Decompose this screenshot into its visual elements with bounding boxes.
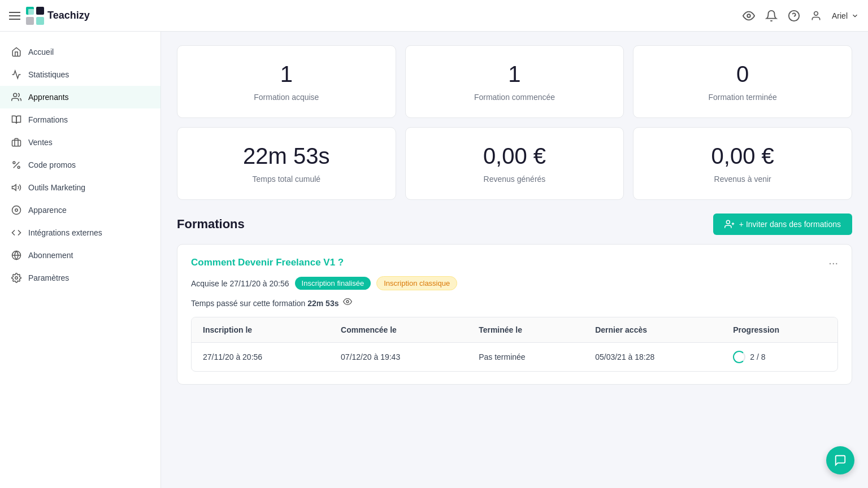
td-inscription: 27/11/20 à 20:56 xyxy=(192,343,329,372)
sidebar-item-ventes[interactable]: Ventes xyxy=(0,131,160,154)
svg-point-16 xyxy=(15,209,18,212)
sidebar-item-label: Ventes xyxy=(28,138,53,147)
code-icon xyxy=(11,228,21,238)
sidebar: Accueil Statistiques Apprenants Formatio… xyxy=(0,32,161,488)
stat-value: 0,00 € xyxy=(647,143,838,169)
svg-point-23 xyxy=(346,300,349,303)
user-name: Ariel xyxy=(832,11,848,20)
stat-card-temps-total: 22m 53s Temps total cumulé xyxy=(177,127,396,200)
sidebar-item-label: Code promos xyxy=(28,160,76,169)
sidebar-item-apparence[interactable]: Apparence xyxy=(0,199,160,221)
svg-rect-10 xyxy=(12,140,21,146)
sidebar-item-label: Paramètres xyxy=(28,273,69,282)
badge-inscription-classique: Inscription classique xyxy=(376,276,457,290)
hamburger-icon[interactable] xyxy=(9,12,20,20)
chat-icon xyxy=(834,454,847,467)
time-label: Temps passé sur cette formation xyxy=(191,299,305,308)
stat-card-revenus-generes: 0,00 € Revenus générés xyxy=(405,127,624,200)
svg-point-15 xyxy=(12,206,21,215)
formation-card-header: Comment Devenir Freelance V1 ? ··· xyxy=(191,257,838,268)
table-header-row: Inscription le Commencée le Terminée le … xyxy=(192,317,837,343)
formations-title: Formations xyxy=(177,217,245,232)
eye-time-icon[interactable] xyxy=(343,297,352,306)
stat-label: Temps total cumulé xyxy=(191,175,382,184)
sidebar-item-outils-marketing[interactable]: Outils Marketing xyxy=(0,176,160,199)
stat-card-formation-terminee: 0 Formation terminée xyxy=(633,45,852,118)
eye-icon[interactable] xyxy=(743,10,755,22)
acquired-date: Acquise le 27/11/20 à 20:56 xyxy=(191,279,289,288)
briefcase-icon xyxy=(11,137,21,147)
svg-marker-14 xyxy=(12,185,16,191)
formation-table-container: Inscription le Commencée le Terminée le … xyxy=(191,317,838,372)
td-commencee: 07/12/20 à 19:43 xyxy=(329,343,467,372)
sidebar-item-label: Accueil xyxy=(28,47,54,56)
user-icon xyxy=(810,10,822,21)
svg-point-13 xyxy=(18,166,20,168)
th-dernier-acces: Dernier accès xyxy=(584,317,722,343)
sidebar-item-apprenants[interactable]: Apprenants xyxy=(0,86,160,108)
sidebar-item-accueil[interactable]: Accueil xyxy=(0,41,160,63)
sidebar-item-label: Outils Marketing xyxy=(28,183,85,192)
sidebar-item-label: Statistiques xyxy=(28,70,69,79)
chat-button[interactable] xyxy=(826,446,854,474)
svg-rect-3 xyxy=(26,17,34,25)
sidebar-item-label: Intégrations externes xyxy=(28,228,102,237)
formation-time: Temps passé sur cette formation 22m 53s xyxy=(191,297,838,308)
stat-label: Formation terminée xyxy=(647,93,838,102)
svg-rect-4 xyxy=(36,17,44,25)
stat-value: 0 xyxy=(647,62,838,87)
palette-icon xyxy=(11,205,21,215)
stat-label: Formation commencée xyxy=(419,93,610,102)
formation-meta: Acquise le 27/11/20 à 20:56 Inscription … xyxy=(191,276,838,290)
svg-rect-2 xyxy=(36,7,44,15)
settings-icon xyxy=(11,273,21,283)
progress-circle-icon xyxy=(733,351,745,363)
formation-card-title[interactable]: Comment Devenir Freelance V1 ? xyxy=(191,257,344,268)
th-progression: Progression xyxy=(722,317,837,343)
svg-rect-1 xyxy=(28,9,34,15)
stat-value: 0,00 € xyxy=(419,143,610,169)
sidebar-item-abonnement[interactable]: Abonnement xyxy=(0,244,160,267)
tag-icon xyxy=(11,160,21,170)
sidebar-item-code-promos[interactable]: Code promos xyxy=(0,154,160,176)
sidebar-item-parametres[interactable]: Paramètres xyxy=(0,267,160,289)
sidebar-item-integrations[interactable]: Intégrations externes xyxy=(0,221,160,244)
users-icon xyxy=(11,92,21,102)
book-icon xyxy=(11,115,21,125)
svg-point-8 xyxy=(814,11,818,15)
topnav: Teachizy xyxy=(0,0,868,32)
formations-section-header: Formations + Inviter dans des formations xyxy=(177,213,852,235)
svg-point-12 xyxy=(13,162,15,164)
sidebar-item-label: Apparence xyxy=(28,206,67,215)
td-terminee: Pas terminée xyxy=(467,343,584,372)
globe-icon xyxy=(11,250,21,260)
stat-card-revenus-venir: 0,00 € Revenus à venir xyxy=(633,127,852,200)
svg-point-19 xyxy=(15,277,18,280)
logo: Teachizy xyxy=(26,7,90,25)
svg-point-20 xyxy=(726,220,730,224)
more-options-icon[interactable]: ··· xyxy=(828,257,838,268)
formation-card: Comment Devenir Freelance V1 ? ··· Acqui… xyxy=(177,244,852,385)
sidebar-item-label: Apprenants xyxy=(28,93,69,102)
formation-table: Inscription le Commencée le Terminée le … xyxy=(192,317,837,371)
th-terminee: Terminée le xyxy=(467,317,584,343)
sidebar-item-statistiques[interactable]: Statistiques xyxy=(0,63,160,86)
bell-icon[interactable] xyxy=(765,10,778,22)
chevron-down-icon xyxy=(851,12,859,20)
stat-value: 1 xyxy=(191,62,382,87)
stat-card-formation-acquise: 1 Formation acquise xyxy=(177,45,396,118)
td-dernier-acces: 05/03/21 à 18:28 xyxy=(584,343,722,372)
help-icon[interactable] xyxy=(788,10,800,22)
home-icon xyxy=(11,47,21,57)
th-commencee: Commencée le xyxy=(329,317,467,343)
table-row: 27/11/20 à 20:56 07/12/20 à 19:43 Pas te… xyxy=(192,343,837,372)
stat-card-formation-commencee: 1 Formation commencée xyxy=(405,45,624,118)
stat-label: Formation acquise xyxy=(191,93,382,102)
stat-label: Revenus générés xyxy=(419,175,610,184)
invite-button[interactable]: + Inviter dans des formations xyxy=(713,213,852,235)
user-menu[interactable]: Ariel xyxy=(832,11,859,20)
sidebar-item-formations[interactable]: Formations xyxy=(0,108,160,131)
badge-inscription-finalisee: Inscription finalisée xyxy=(295,277,371,290)
invite-icon xyxy=(724,219,735,229)
svg-point-9 xyxy=(14,93,17,97)
